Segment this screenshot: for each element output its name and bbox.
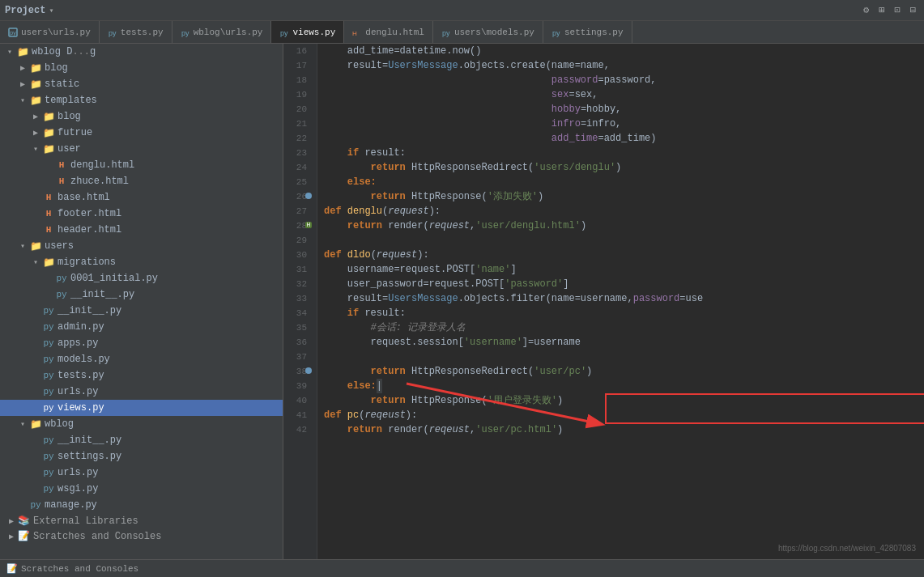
sidebar-item-scratches[interactable]: ▶ 📝 Scratches and Consoles (0, 528, 283, 544)
code-line-19: sex=sex, (324, 87, 918, 102)
code-line-29 (324, 233, 918, 248)
line-numbers: 16 17 18 19 20 21 22 23 24 25 26 27 28 H… (283, 44, 317, 559)
file-icon-wblog-settings: py (42, 450, 55, 463)
code-line-30: def dldo(request): (324, 248, 918, 262)
sidebar-item-wblog[interactable]: ▾ 📁 wblog (0, 416, 283, 432)
tab-tests[interactable]: py tests.py (100, 21, 172, 43)
blog-label: blog (45, 62, 68, 74)
svg-text:py: py (552, 29, 560, 37)
file-icon-base: H (42, 191, 55, 204)
sidebar-item-base-html[interactable]: H base.html (0, 189, 283, 206)
scratches-bottom-icon: 📝 (6, 563, 18, 574)
sidebar-item-templates[interactable]: ▾ 📁 templates (0, 92, 283, 108)
users-label: users (45, 240, 74, 252)
templates-label: templates (45, 95, 97, 106)
code-editor[interactable]: 16 17 18 19 20 21 22 23 24 25 26 27 28 H… (283, 44, 924, 559)
file-icon-denglu: H (55, 159, 68, 172)
sidebar-item-wblog-root[interactable]: ▾ 📁 wblog D...g (0, 44, 283, 60)
ln-16: 16 (287, 44, 310, 58)
file-icon-models: py (42, 353, 55, 366)
sidebar-item-zhuce-html[interactable]: H zhuce.html (0, 173, 283, 189)
scratches-label: Scratches and Consoles (33, 531, 161, 542)
sidebar-item-external-libraries[interactable]: ▶ 📚 External Libraries (0, 513, 283, 528)
file-icon-views: py (42, 401, 55, 414)
code-line-17: result=UsersMessage.objects.create(name=… (324, 58, 918, 73)
folder-icon-blog: 📁 (29, 62, 42, 74)
ln-37: 37 (287, 350, 310, 364)
sidebar: ▾ 📁 wblog D...g ▶ 📁 blog ▶ 📁 static ▾ 📁 … (0, 44, 283, 559)
sidebar-item-tests[interactable]: py tests.py (0, 367, 283, 384)
sidebar-item-footer-html[interactable]: H footer.html (0, 206, 283, 222)
code-line-35: #会话: 记录登录人名 (324, 320, 918, 335)
sidebar-item-models[interactable]: py models.py (0, 351, 283, 367)
code-line-33: result=UsersMessage.objects.filter(name=… (324, 291, 918, 306)
scratches-bottom[interactable]: 📝 Scratches and Consoles (6, 563, 138, 574)
sidebar-item-manage[interactable]: py manage.py (0, 497, 283, 513)
ln-32: 32 (287, 277, 310, 291)
sidebar-item-wsgi[interactable]: py wsgi.py (0, 481, 283, 497)
code-line-22: add_time=add_time) (324, 131, 918, 146)
wblog-urls-label: urls.py (57, 467, 98, 478)
arrow-templates: ▾ (16, 95, 29, 105)
sidebar-item-users[interactable]: ▾ 📁 users (0, 238, 283, 254)
wsgi-label: wsgi.py (57, 483, 98, 494)
code-line-16: add_time=datetime.now() (324, 44, 918, 58)
settings-icon[interactable]: ⚙ (860, 2, 872, 18)
file-icon-init-users: py (42, 304, 55, 317)
sidebar-item-denglu-html[interactable]: H denglu.html (0, 157, 283, 173)
folder-icon-wblog: 📁 (16, 45, 29, 58)
tab-users-models[interactable]: py users\models.py (433, 21, 543, 43)
ln-38: 38 (287, 364, 310, 379)
code-line-24: return HttpResponseRedirect('users/dengl… (324, 160, 918, 175)
svg-text:py: py (10, 30, 16, 36)
sidebar-item-admin[interactable]: py admin.py (0, 319, 283, 335)
ln-22: 22 (287, 131, 310, 146)
sidebar-item-futrue[interactable]: ▶ 📁 futrue (0, 125, 283, 141)
svg-text:py: py (280, 29, 288, 37)
layout-icon[interactable]: ⊞ (875, 2, 888, 18)
static-label: static (45, 78, 79, 90)
sidebar-item-wblog-init[interactable]: py __init__.py (0, 432, 283, 448)
extra-icon2[interactable]: ⊟ (907, 2, 919, 18)
sidebar-item-views[interactable]: py views.py (0, 400, 283, 416)
tab-denglu-html[interactable]: H denglu.html (344, 21, 433, 43)
extra-icon1[interactable]: ⊡ (892, 2, 904, 18)
sidebar-item-apps[interactable]: py apps.py (0, 335, 283, 351)
code-line-27: def denglu(request): (324, 204, 918, 218)
admin-label: admin.py (57, 321, 104, 333)
sidebar-item-urls[interactable]: py urls.py (0, 384, 283, 400)
code-line-31: username=request.POST['name'] (324, 262, 918, 277)
init-migrations-label: __init__.py (70, 289, 134, 300)
tab-views[interactable]: py views.py (271, 21, 344, 43)
file-icon-zhuce: H (55, 175, 68, 188)
sidebar-item-templates-blog[interactable]: ▶ 📁 blog (0, 108, 283, 125)
views-label: views.py (57, 402, 104, 414)
sidebar-item-migrations[interactable]: ▾ 📁 migrations (0, 254, 283, 270)
project-label[interactable]: Project (5, 5, 45, 16)
sidebar-item-init-users[interactable]: py __init__.py (0, 303, 283, 319)
file-icon-wblog-init: py (42, 434, 55, 447)
tests-label: tests.py (57, 370, 104, 381)
scratches-bottom-label: Scratches and Consoles (21, 564, 138, 574)
ln-18: 18 (287, 73, 310, 87)
tab-settings[interactable]: py settings.py (543, 21, 632, 43)
code-line-20: hobby=hobby, (324, 102, 918, 117)
folder-icon-templates: 📁 (29, 94, 42, 107)
sidebar-item-header-html[interactable]: H header.html (0, 222, 283, 238)
sidebar-item-init-migrations[interactable]: py __init__.py (0, 286, 283, 303)
sidebar-item-wblog-urls[interactable]: py urls.py (0, 465, 283, 481)
code-line-21: infro=infro, (324, 117, 918, 131)
code-line-23: if result: (324, 146, 918, 160)
code-line-37 (324, 350, 918, 364)
sidebar-item-static[interactable]: ▶ 📁 static (0, 76, 283, 92)
tab-users-urls[interactable]: py users\urls.py (0, 21, 100, 43)
sidebar-item-blog[interactable]: ▶ 📁 blog (0, 60, 283, 76)
sidebar-item-user[interactable]: ▾ 📁 user (0, 141, 283, 157)
ln-20: 20 (287, 102, 310, 117)
sidebar-item-0001-initial[interactable]: py 0001_initial.py (0, 270, 283, 286)
code-line-39: else:| (324, 379, 918, 393)
sidebar-item-wblog-settings[interactable]: py settings.py (0, 448, 283, 465)
tab-wblog-urls[interactable]: py wblog\urls.py (172, 21, 272, 43)
models-label: models.py (57, 354, 110, 365)
code-line-18: password=password, (324, 73, 918, 87)
